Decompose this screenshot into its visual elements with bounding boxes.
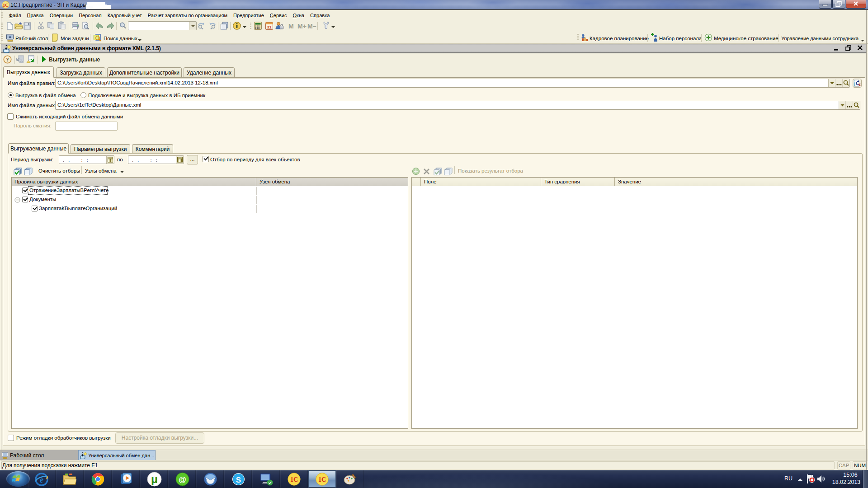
svg-text:1С: 1С [3,3,9,8]
svg-text:µ: µ [151,472,158,486]
svg-text:e: e [40,475,44,484]
svg-text:?: ? [6,56,9,63]
svg-text:1С: 1С [290,476,298,483]
svg-text:31: 31 [267,25,271,29]
svg-text:S: S [236,476,241,484]
svg-text:A: A [9,35,11,39]
svg-text:1С: 1С [318,476,326,483]
svg-text:@: @ [179,475,186,484]
